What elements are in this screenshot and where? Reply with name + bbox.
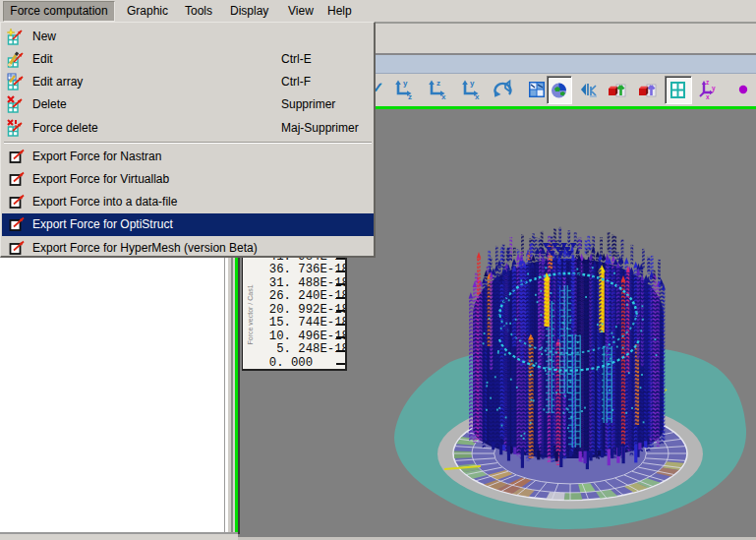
svg-text:x: x bbox=[441, 92, 446, 99]
svg-text:z: z bbox=[436, 79, 440, 88]
svg-text:x: x bbox=[706, 93, 710, 100]
svg-text:y: y bbox=[712, 85, 716, 92]
svg-text:y: y bbox=[403, 79, 408, 88]
svg-text:z: z bbox=[408, 92, 412, 99]
svg-text:y: y bbox=[470, 79, 475, 88]
svg-text:x: x bbox=[475, 92, 480, 99]
svg-text:z: z bbox=[706, 79, 710, 86]
